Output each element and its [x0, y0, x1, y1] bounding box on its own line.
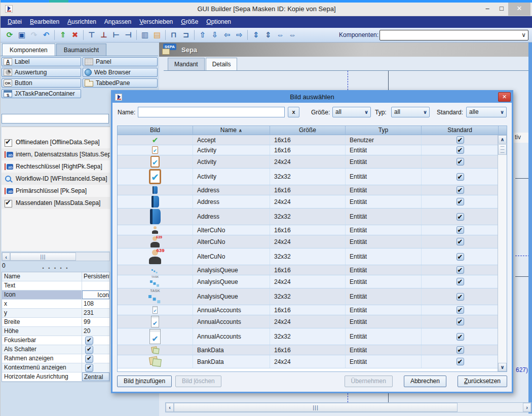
table-row[interactable]: BankData 24x24 Entität: [118, 355, 499, 368]
table-row[interactable]: TASK AnalysisQueue 32x32 Entität: [118, 288, 499, 305]
palette-component-button[interactable]: Web Browser: [83, 68, 158, 77]
property-value[interactable]: 99: [82, 318, 109, 326]
property-value[interactable]: 20: [82, 327, 109, 336]
field-search-input[interactable]: [2, 114, 109, 123]
toolbar-button-icon[interactable]: ⇦: [221, 29, 233, 40]
table-row[interactable]: Accept 16x16 Benutzer: [118, 135, 499, 145]
scrollbar-thumb[interactable]: |||: [10, 253, 76, 261]
toolbar-button-icon[interactable]: ⇨: [234, 29, 245, 40]
property-value[interactable]: [82, 363, 109, 372]
splitter-handle[interactable]: • • • • •: [2, 266, 110, 271]
toolbar-button-icon[interactable]: ▤: [151, 29, 163, 40]
toolbar-button-icon[interactable]: ✖: [69, 29, 81, 40]
dialog-button[interactable]: Bild löschen: [175, 376, 221, 387]
table-row[interactable]: AnnualAccounts 32x32 Entität: [118, 328, 499, 345]
scroll-left-icon[interactable]: ‹: [166, 403, 174, 412]
table-column-header[interactable]: Typ∧: [346, 126, 422, 135]
palette-component-button[interactable]: A Label: [2, 57, 81, 66]
property-value[interactable]: Zentral: [82, 372, 109, 381]
dialog-button[interactable]: Zurücksetzen: [458, 376, 507, 387]
form-tab[interactable]: Details: [206, 58, 238, 70]
scrollbar-thumb[interactable]: ———: [498, 144, 507, 155]
toolbar-button-icon[interactable]: [194, 30, 195, 40]
field-list-item[interactable]: Offlinedaten [OfflineData.Sepa]: [2, 136, 110, 148]
toolbar-button-icon[interactable]: ▥: [139, 29, 150, 40]
table-row[interactable]: Address 32x32 Entität: [118, 209, 499, 225]
designer-hscrollbar[interactable]: ‹ ||| ›: [165, 402, 531, 412]
toolbar-button-icon[interactable]: ⟳: [4, 29, 15, 40]
field-list-item[interactable]: Workflow-ID [WFInstanceId.Sepa]: [2, 173, 110, 185]
toolbar-button-icon[interactable]: ⇔: [287, 29, 298, 40]
components-combobox[interactable]: ∨: [379, 30, 528, 40]
table-row[interactable]: AlterCuNo 16x16 Entität: [118, 225, 499, 235]
toolbar-button-icon[interactable]: ↶: [41, 29, 52, 40]
scroll-right-icon[interactable]: ›: [523, 403, 531, 412]
table-column-header[interactable]: Bild∧: [118, 126, 193, 135]
scroll-left-icon[interactable]: ‹: [2, 253, 10, 261]
toolbar-button-icon[interactable]: ▣: [16, 29, 27, 40]
close-button[interactable]: ✕: [508, 3, 530, 16]
toolbar-button-icon[interactable]: ⊢: [110, 29, 122, 40]
standard-checkbox[interactable]: [457, 198, 464, 205]
toolbar-button-icon[interactable]: ⊓: [168, 29, 179, 40]
standard-checkbox[interactable]: [457, 346, 464, 354]
property-row[interactable]: Icon Icon: [2, 290, 109, 300]
toolbar-button-icon[interactable]: ⊥: [98, 29, 109, 40]
standard-checkbox[interactable]: [457, 146, 464, 154]
table-column-header[interactable]: Standard∧: [422, 126, 499, 135]
standard-checkbox[interactable]: [457, 358, 464, 365]
toolbar-button-icon[interactable]: ⊤: [86, 29, 97, 40]
table-vscrollbar[interactable]: ∧ ——— ∨: [498, 135, 507, 371]
field-list-item[interactable]: Massendaten [MassData.Sepa]: [2, 197, 110, 209]
property-value[interactable]: [82, 336, 109, 345]
standard-checkbox[interactable]: [457, 306, 464, 314]
scroll-down-icon[interactable]: ∨: [498, 363, 507, 371]
property-row[interactable]: Höhe 20: [2, 327, 109, 336]
table-row[interactable]: Address 24x24 Entität: [118, 195, 499, 209]
standard-checkbox[interactable]: [457, 186, 464, 194]
table-row[interactable]: AnnualAccounts 16x16 Entität: [118, 305, 499, 315]
palette-tab[interactable]: Komponenten: [2, 44, 55, 56]
field-list-item[interactable]: ab intern, Datensatzstatus [Status.Sepa]: [2, 148, 110, 160]
type-filter-select[interactable]: all∨: [391, 107, 430, 117]
standard-checkbox[interactable]: [457, 213, 464, 221]
palette-component-button[interactable]: OK Button: [2, 78, 81, 88]
palette-component-button[interactable]: ⇅ JXTaskPaneContainer: [2, 89, 81, 98]
table-row[interactable]: 639 AlterCuNo 32x32 Entität: [118, 248, 499, 265]
table-column-header[interactable]: Name∧: [193, 126, 270, 135]
table-row[interactable]: TASK AnalysisQueue 24x24 Entität: [118, 275, 499, 288]
standard-checkbox[interactable]: [457, 158, 464, 165]
palette-component-button[interactable]: Auswertung: [2, 68, 81, 77]
property-value[interactable]: [82, 281, 109, 290]
standard-checkbox[interactable]: [457, 173, 464, 181]
property-row[interactable]: Text: [2, 281, 109, 290]
minimize-button[interactable]: –: [481, 3, 494, 16]
table-column-header[interactable]: Größe∧: [270, 126, 346, 135]
standard-checkbox[interactable]: [457, 226, 464, 234]
dialog-close-button[interactable]: ✕: [498, 92, 511, 102]
property-row[interactable]: Horizontale Ausrichtung Zentral: [2, 372, 109, 382]
property-value[interactable]: PersistentJ: [82, 272, 109, 281]
menu-item[interactable]: Verschieben: [135, 16, 177, 28]
toolbar-button-icon[interactable]: [247, 30, 248, 40]
property-row[interactable]: Als Schalter: [2, 345, 109, 354]
field-list-item[interactable]: ab Primärschlüssel [Pk.Sepa]: [2, 185, 110, 197]
menu-item[interactable]: Optionen: [202, 16, 235, 28]
palette-tab[interactable]: Baumansicht: [56, 44, 106, 56]
table-row[interactable]: Activity 32x32 Entität: [118, 169, 499, 185]
standard-checkbox[interactable]: [457, 136, 464, 144]
property-value[interactable]: 108: [82, 300, 109, 308]
table-row[interactable]: AnalysisQueue 16x16 Entität: [118, 265, 499, 275]
palette-component-button[interactable]: TabbedPane: [83, 78, 158, 88]
property-value[interactable]: Icon: [82, 290, 109, 299]
property-row[interactable]: Rahmen anzeigen: [2, 354, 109, 363]
menu-item[interactable]: Größe: [177, 16, 202, 28]
toolbar-button-icon[interactable]: ↷: [28, 29, 40, 40]
table-row[interactable]: Address 16x16 Entität: [118, 185, 499, 195]
dialog-button[interactable]: Abbrechen: [404, 376, 446, 387]
toolbar-button-icon[interactable]: [83, 30, 84, 40]
property-row[interactable]: Fokusierbar: [2, 336, 109, 345]
table-row[interactable]: BankData 16x16 Entität: [118, 345, 499, 355]
menu-item[interactable]: Datei: [4, 16, 26, 28]
property-row[interactable]: Name PersistentJ: [2, 272, 109, 281]
